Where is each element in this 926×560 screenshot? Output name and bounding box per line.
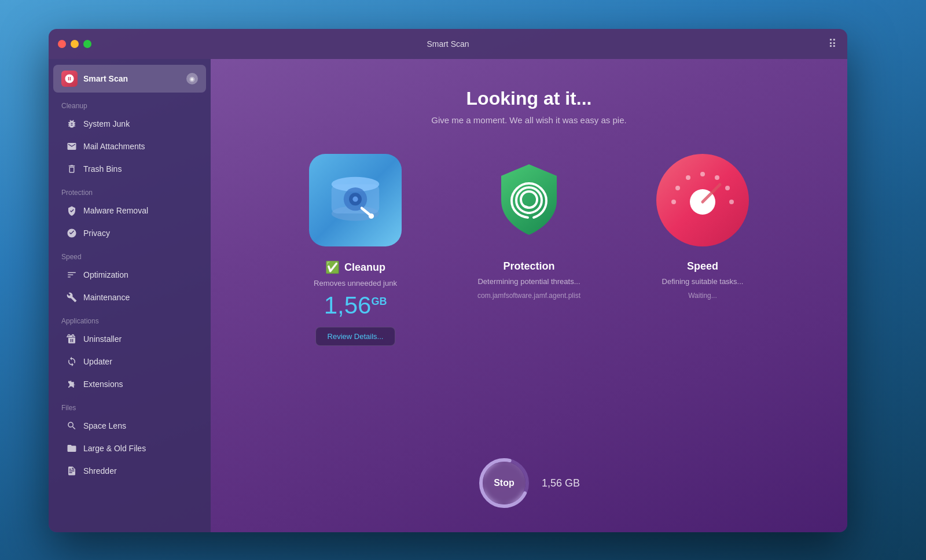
sidebar-item-smart-scan[interactable]: Smart Scan ◉ xyxy=(53,65,206,93)
updater-label: Updater xyxy=(83,357,112,366)
sidebar-item-uninstaller[interactable]: Uninstaller xyxy=(53,328,206,350)
extensions-label: Extensions xyxy=(83,380,123,389)
cards-row: ✅ Cleanup Removes unneeded junk 1,56GB R… xyxy=(269,154,789,346)
stop-button-wrap: Stop xyxy=(478,457,530,509)
app-window: Smart Scan ⠿ Smart Scan ◉ Cleanup xyxy=(49,29,847,532)
maintenance-icon xyxy=(66,292,78,303)
review-details-button[interactable]: Review Details... xyxy=(315,327,396,346)
speed-gauge-icon xyxy=(665,163,740,238)
cleanup-checkmark: ✅ xyxy=(325,260,340,274)
shredder-label: Shredder xyxy=(83,466,117,476)
system-junk-icon xyxy=(66,118,78,130)
speed-icon-wrap xyxy=(656,154,749,246)
svg-point-10 xyxy=(725,186,730,190)
svg-point-7 xyxy=(369,213,374,219)
cleanup-description: Removes unneeded junk xyxy=(314,279,397,288)
mail-attachments-icon xyxy=(66,141,78,152)
protection-card: Protection Determining potential threats… xyxy=(454,154,604,346)
bottom-area: Stop 1,56 GB xyxy=(478,457,580,509)
space-lens-label: Space Lens xyxy=(83,421,126,430)
svg-point-9 xyxy=(715,175,719,180)
sidebar-item-extensions[interactable]: Extensions xyxy=(53,373,206,395)
uninstaller-icon xyxy=(66,333,78,345)
sidebar-item-trash-bins[interactable]: Trash Bins xyxy=(53,158,206,180)
uninstaller-label: Uninstaller xyxy=(83,334,122,344)
trash-bins-label: Trash Bins xyxy=(83,164,122,174)
stop-button[interactable]: Stop xyxy=(483,462,526,504)
malware-removal-icon xyxy=(66,205,78,216)
mail-attachments-label: Mail Attachments xyxy=(83,142,145,151)
protection-title: Protection xyxy=(503,260,554,272)
trash-bins-icon xyxy=(66,163,78,175)
svg-point-12 xyxy=(686,175,690,180)
close-button[interactable] xyxy=(58,40,66,48)
privacy-label: Privacy xyxy=(83,229,110,238)
cleanup-size: 1,56GB xyxy=(324,293,387,318)
protection-shield-icon xyxy=(488,160,569,241)
content-subtitle: Give me a moment. We all wish it was eas… xyxy=(431,115,626,125)
speed-description: Defining suitable tasks... xyxy=(662,277,744,286)
traffic-lights xyxy=(58,40,91,48)
maximize-button[interactable] xyxy=(83,40,91,48)
protection-sub: com.jamfsoftware.jamf.agent.plist xyxy=(477,292,580,300)
cleanup-card: ✅ Cleanup Removes unneeded junk 1,56GB R… xyxy=(280,154,431,346)
speed-card: Speed Defining suitable tasks... Waiting… xyxy=(627,154,778,346)
protection-icon-wrap xyxy=(483,154,575,246)
optimization-label: Optimization xyxy=(83,270,128,279)
extensions-icon xyxy=(66,378,78,390)
maintenance-label: Maintenance xyxy=(83,293,130,302)
sidebar-item-mail-attachments[interactable]: Mail Attachments xyxy=(53,135,206,157)
sidebar-item-system-junk[interactable]: System Junk xyxy=(53,113,206,135)
sidebar-item-updater[interactable]: Updater xyxy=(53,351,206,373)
svg-point-8 xyxy=(700,172,705,176)
minimize-button[interactable] xyxy=(71,40,79,48)
sidebar-item-maintenance[interactable]: Maintenance xyxy=(53,286,206,308)
protection-section-label: Protection xyxy=(49,180,211,199)
content-title: Looking at it... xyxy=(466,88,592,109)
cleanup-icon-wrap xyxy=(309,154,402,246)
sidebar-item-privacy[interactable]: Privacy xyxy=(53,222,206,244)
system-junk-label: System Junk xyxy=(83,119,130,128)
svg-point-5 xyxy=(352,197,358,202)
files-section-label: Files xyxy=(49,396,211,414)
protection-description: Determining potential threats... xyxy=(477,277,580,286)
shredder-icon xyxy=(66,465,78,477)
sidebar-item-optimization[interactable]: Optimization xyxy=(53,264,206,286)
smart-scan-label: Smart Scan xyxy=(83,74,181,83)
speed-title: Speed xyxy=(687,260,718,272)
content-area: Looking at it... Give me a moment. We al… xyxy=(211,59,847,532)
sidebar-item-shredder[interactable]: Shredder xyxy=(53,460,206,482)
updater-icon xyxy=(66,356,78,367)
stop-size-label: 1,56 GB xyxy=(542,477,580,489)
cleanup-disk-icon xyxy=(324,168,387,232)
window-title: Smart Scan xyxy=(427,39,469,49)
applications-section-label: Applications xyxy=(49,309,211,327)
sidebar-item-large-old-files[interactable]: Large & Old Files xyxy=(53,437,206,459)
cleanup-title: ✅ Cleanup xyxy=(325,260,385,274)
titlebar: Smart Scan ⠿ xyxy=(49,29,847,59)
svg-point-13 xyxy=(675,186,680,190)
svg-point-14 xyxy=(671,200,676,204)
sidebar-item-space-lens[interactable]: Space Lens xyxy=(53,415,206,437)
smart-scan-badge: ◉ xyxy=(186,73,198,84)
smart-scan-icon xyxy=(61,71,78,87)
svg-point-11 xyxy=(729,200,734,204)
sidebar-item-malware-removal[interactable]: Malware Removal xyxy=(53,200,206,222)
large-old-files-label: Large & Old Files xyxy=(83,444,146,453)
more-options-button[interactable]: ⠿ xyxy=(828,37,838,51)
speed-sub: Waiting... xyxy=(688,292,717,300)
optimization-icon xyxy=(66,269,78,281)
cleanup-section-label: Cleanup xyxy=(49,94,211,112)
privacy-icon xyxy=(66,227,78,239)
large-old-files-icon xyxy=(66,443,78,454)
main-layout: Smart Scan ◉ Cleanup System Junk xyxy=(49,59,847,532)
speed-section-label: Speed xyxy=(49,245,211,263)
malware-removal-label: Malware Removal xyxy=(83,206,148,215)
sidebar: Smart Scan ◉ Cleanup System Junk xyxy=(49,59,211,532)
space-lens-icon xyxy=(66,420,78,432)
